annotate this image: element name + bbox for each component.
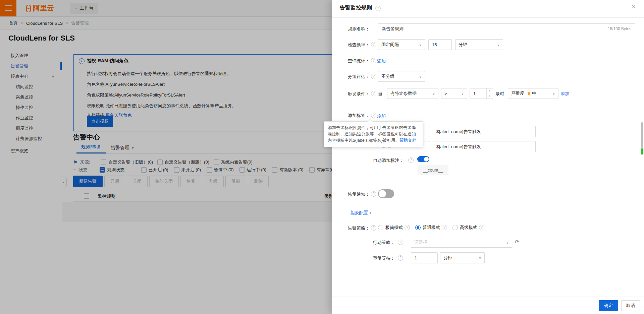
chevron-down-icon: ∨ [419,74,422,79]
repeat-wait-unit-select[interactable]: 分钟 ∨ [440,252,485,263]
help-icon[interactable]: ? [371,225,376,231]
drawer-title: 告警监控规则 [340,4,372,11]
group-eval-select[interactable]: 不分组 ∨ [378,71,425,82]
group-eval-label: 分组评估： [332,74,370,80]
help-icon[interactable]: ? [371,113,376,118]
rule-name-counter: 15/100 Bytes [608,26,631,31]
chevron-down-icon: ∨ [461,91,464,96]
cancel-button[interactable]: 取消 [621,300,640,311]
radio-icon[interactable] [415,225,421,230]
auto-annotation-label: 自动添加标注： [332,158,404,164]
chevron-down-icon: ∨ [497,43,500,47]
recover-notify-toggle[interactable] [378,189,394,198]
trigger-condition-label: 触发条件： [332,91,370,97]
chevron-right-icon: › [370,210,371,215]
help-icon[interactable]: ? [408,158,414,163]
repeat-wait-input[interactable] [411,252,438,263]
chevron-down-icon: ∨ [432,91,435,96]
severity-select[interactable]: 严重度中 ∨ [508,88,558,99]
chevron-down-icon: ∨ [419,43,422,47]
query-stats-label: 查询统计： [332,58,370,64]
auto-annotation-toggle[interactable] [417,156,429,162]
help-icon[interactable]: ? [398,255,403,261]
help-icon[interactable]: ? [442,225,447,230]
alert-policy-radio[interactable]: 高级模式 ? [452,225,484,231]
alert-policy-radio-group: 极简模式 ? 普通模式 ? 高级模式 ? [378,225,490,231]
help-icon[interactable]: ? [371,74,376,79]
alert-policy-label: 告警策略： [332,225,370,231]
trigger-when-text: 当: [378,91,384,97]
query-stats-add-link[interactable]: 添加 [377,58,386,64]
help-icon[interactable]: ? [398,240,403,245]
drawer-scrollbar-thumb[interactable] [641,122,643,148]
interval-type-select[interactable]: 固定间隔 ∨ [378,39,425,50]
add-labels-add-link[interactable]: 添加 [377,113,386,119]
action-policy-select[interactable]: 请选择 ∨ [411,237,512,248]
interval-value-input[interactable] [428,39,452,50]
trigger-add-link[interactable]: 添加 [560,91,569,97]
interval-unit-select[interactable]: 分钟 ∨ [455,39,503,50]
tooltip-help-doc-link[interactable]: 帮助文档 [399,138,416,143]
rule-name-label: 规则名称： [332,26,370,32]
chevron-down-icon: ∨ [552,91,555,96]
alert-rule-drawer: 告警监控规则 ? × 规则名称： 15/100 Bytes 检查频率： ? 固定… [332,0,644,314]
help-icon[interactable]: ? [405,225,410,230]
annotation-desc-value-input[interactable] [433,141,536,152]
chevron-down-icon: ∨ [506,240,509,245]
chevron-down-icon: ∨ [479,256,481,260]
alert-policy-radio[interactable]: 极简模式 ? [378,225,410,231]
annotation-title-value-input[interactable] [433,126,536,137]
drawer-footer: 确定 取消 [332,297,644,314]
close-icon[interactable]: × [632,3,636,10]
modal-dim-overlay [0,0,332,314]
trigger-suffix-text: 条时 [495,91,504,97]
rule-name-input[interactable] [378,23,635,34]
recover-notify-label: 恢复通知： [332,191,370,197]
spinner-down-icon[interactable]: ∨ [487,93,493,99]
add-label-tooltip: 添加告警标识性属性，可用于告警策略的告警降噪控制、通知渠道分派等，标签值也可以在… [324,121,423,147]
help-icon[interactable]: ? [371,42,376,47]
trigger-condition-select[interactable]: 有特定条数据 ∨ [387,88,438,99]
repeat-wait-label: 重复等待： [332,255,395,261]
help-icon[interactable]: ? [371,191,376,197]
trigger-operator-select[interactable]: > ∨ [441,88,467,99]
drawer-header-divider [332,17,644,18]
number-spinner: ∧ ∨ [486,88,493,99]
help-icon[interactable]: ? [479,225,484,230]
add-labels-label: 添加标签： [332,113,370,119]
refresh-icon[interactable]: ⟳ [515,239,519,245]
confirm-button[interactable]: 确定 [599,300,618,311]
spinner-up-icon[interactable]: ∧ [487,88,493,93]
drawer-scrollbar-marker [641,148,643,154]
radio-icon[interactable] [452,225,458,230]
action-policy-label: 行动策略： [332,240,395,246]
check-frequency-label: 检查频率： [332,42,370,48]
count-annotation-chip: __count__ [418,165,448,175]
advanced-config-link[interactable]: 高级配置 › [350,210,371,216]
alert-policy-radio[interactable]: 普通模式 ? [415,225,447,231]
help-icon[interactable]: ? [371,91,376,96]
help-icon[interactable]: ? [371,58,376,63]
help-icon[interactable]: ? [375,6,381,11]
radio-icon[interactable] [378,225,383,230]
screen: (-) 阿里云 ⌂ 工作台 首页 > CloudLens for SLS > 告… [0,0,644,314]
trigger-count-input[interactable]: 1 ∧ ∨ [470,88,493,99]
severity-dot-icon [528,92,530,95]
